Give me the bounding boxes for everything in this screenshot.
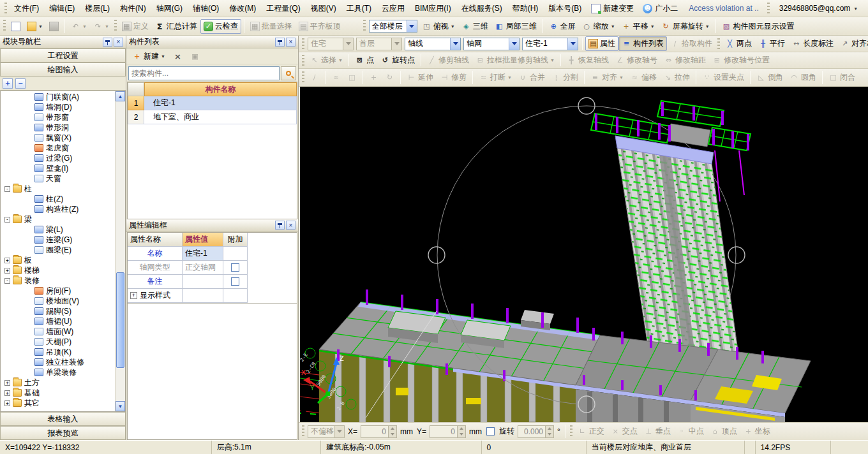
tree-toggle[interactable]: - <box>4 186 10 192</box>
break-button[interactable]: ≍ 打断 ▼ <box>475 70 515 85</box>
offset-button[interactable]: ≈ 偏移 <box>627 70 660 85</box>
menu-item[interactable]: 工具(T) <box>341 1 377 16</box>
tree-item[interactable]: 墙裙(U) <box>1 316 115 326</box>
expand-all-button[interactable]: + <box>3 78 13 89</box>
tree-item[interactable]: + 板 <box>1 255 115 265</box>
combo-select[interactable]: 首层 <box>356 38 402 50</box>
expand-toggle[interactable]: + <box>130 292 137 299</box>
fillet-button[interactable]: ◠ 圆角 <box>786 70 819 85</box>
merge-button[interactable]: ∪ 合并 <box>515 70 548 85</box>
format-brush-button[interactable]: ∕ <box>306 71 322 84</box>
mirror-button[interactable]: ◫ <box>344 71 360 84</box>
trim-axis-button[interactable]: ╱ 修剪轴线 <box>424 53 472 68</box>
search-button[interactable] <box>281 66 296 80</box>
offset-select[interactable]: 不偏移 <box>308 425 345 438</box>
tree-item[interactable]: 连梁(G) <box>1 235 115 245</box>
tree-item[interactable]: 老虎窗 <box>1 143 115 153</box>
stretch-button[interactable]: ↘ 拉伸 <box>660 70 693 85</box>
tree-item[interactable]: 壁龛(I) <box>1 163 115 173</box>
tree-item[interactable]: 过梁(G) <box>1 153 115 163</box>
property-value[interactable]: 正交轴网 <box>183 261 223 275</box>
menu-item[interactable]: 云应用 <box>377 1 410 16</box>
project-settings-button[interactable]: 工程设置 <box>0 48 126 62</box>
property-value[interactable] <box>183 289 223 303</box>
rotate-button[interactable]: ↻ <box>382 71 398 84</box>
component-list-button[interactable]: ≡ 构件列表 <box>618 36 667 51</box>
copy-to-layer-button[interactable]: ▣ <box>187 50 203 63</box>
tree-item[interactable]: 天棚(P) <box>1 337 115 347</box>
new-change-button[interactable]: 新建变更 <box>587 2 638 15</box>
trim-button[interactable]: ⊣ 修剪 <box>437 70 470 85</box>
combo-select[interactable]: 轴网 <box>463 38 520 50</box>
parallel-button[interactable]: ╫ 平行 <box>755 36 788 51</box>
property-row[interactable]: 备注 <box>128 275 297 289</box>
pick-component-button[interactable]: ∕ 拾取构件 <box>667 36 715 51</box>
pin-icon[interactable] <box>275 38 285 47</box>
extend-button[interactable]: ⊢ 延伸 <box>403 70 437 85</box>
table-input-button[interactable]: 表格输入 <box>0 412 126 426</box>
menu-item[interactable]: 视图(V) <box>306 1 341 16</box>
tree-item[interactable]: 房间(F) <box>1 286 115 296</box>
menu-item[interactable]: 工程量(Q) <box>261 1 305 16</box>
tree-item[interactable]: 构造柱(Z) <box>1 204 115 214</box>
combo-select[interactable]: 住宅-1 <box>522 38 578 50</box>
intersect-snap-button[interactable]: × 交点 <box>608 424 641 439</box>
tree-scrollbar[interactable]: ▲ ▼ <box>115 91 125 411</box>
menu-item[interactable]: BIM应用(I) <box>410 1 456 16</box>
tree-toggle[interactable]: + <box>4 268 10 274</box>
menu-item[interactable]: 文件(F) <box>9 1 44 16</box>
split-button[interactable]: ¦ 分割 <box>548 70 581 85</box>
chamfer-button[interactable]: ◺ 倒角 <box>753 70 786 85</box>
chevron-down-icon[interactable] <box>509 38 519 50</box>
property-row[interactable]: 轴网类型 正交轴网 <box>128 261 297 275</box>
pin-icon[interactable] <box>275 221 285 230</box>
collapse-all-button[interactable]: − <box>15 78 26 89</box>
undo-button[interactable]: ↶ ▼ <box>68 20 90 33</box>
align-slab-top-button[interactable]: ▤ 平齐板顶 <box>296 19 344 34</box>
tree-toggle[interactable]: + <box>4 258 10 263</box>
tree-item[interactable]: + 其它 <box>1 398 115 408</box>
property-row[interactable]: + 显示样式 <box>128 289 297 303</box>
tree-item[interactable]: 梁(L) <box>1 224 115 235</box>
tree-toggle[interactable]: - <box>4 278 10 284</box>
tree-toggle[interactable]: + <box>4 400 10 406</box>
tree-item[interactable]: + 楼梯 <box>1 265 115 275</box>
scroll-up-icon[interactable]: ▲ <box>116 91 125 101</box>
screen-rotate-button[interactable]: ↻ 屏幕旋转 ▼ <box>658 19 713 34</box>
close-icon[interactable]: × <box>286 221 296 230</box>
tree-item[interactable]: 门联窗(A) <box>1 92 115 102</box>
tree-toggle[interactable]: + <box>4 380 10 386</box>
tree-item[interactable]: - 装修 <box>1 275 115 286</box>
combo-select[interactable]: 住宅 <box>308 38 354 50</box>
modify-axis-number-button[interactable]: ∠ 修改轴号 <box>612 53 661 68</box>
redo-button[interactable]: ↷ ▼ <box>90 20 112 33</box>
perpendicular-snap-button[interactable]: ⊥ 垂点 <box>641 424 674 439</box>
menu-item[interactable]: 编辑(E) <box>44 1 80 16</box>
tree-item[interactable]: 圈梁(E) <box>1 245 115 255</box>
menu-item[interactable]: 在线服务(S) <box>456 1 507 16</box>
scroll-down-icon[interactable]: ▼ <box>116 401 125 411</box>
element-display-settings-button[interactable]: ▧ 构件图元显示设置 <box>719 19 798 34</box>
ortho-snap-button[interactable]: ∟ 正交 <box>574 424 608 439</box>
extra-checkbox[interactable] <box>231 277 239 286</box>
point-button[interactable]: ⊠ 点 <box>352 53 377 68</box>
menu-item[interactable]: 版本号(B) <box>543 1 587 16</box>
modify-axis-number-pos-button[interactable]: ⊞ 修改轴号位置 <box>709 53 773 68</box>
property-value[interactable] <box>183 275 223 289</box>
tree-item[interactable]: 楼地面(V) <box>1 296 115 306</box>
length-dim-button[interactable]: ↔ 长度标注 <box>788 36 837 51</box>
search-input[interactable] <box>128 66 280 80</box>
tree-item[interactable]: 带形洞 <box>1 122 115 133</box>
midpoint-snap-button[interactable]: ◦ 中点 <box>674 424 707 439</box>
cloud-check-button[interactable]: ✓ 云检查 <box>200 19 241 34</box>
table-row[interactable]: 2 地下室、商业 <box>128 110 297 124</box>
coordinate-snap-button[interactable]: + 坐标 <box>740 424 774 439</box>
menu-item[interactable]: 辅轴(O) <box>188 1 224 16</box>
chevron-down-icon[interactable] <box>450 38 460 50</box>
summary-calc-button[interactable]: Σ 汇总计算 <box>152 19 200 34</box>
pan-button[interactable]: + 平移 ▼ <box>618 19 658 34</box>
floor-select[interactable]: 全部楼层 <box>369 20 417 33</box>
close-icon[interactable]: × <box>286 38 296 47</box>
save-button[interactable] <box>46 20 62 33</box>
menu-item[interactable]: 轴网(G) <box>151 1 188 16</box>
